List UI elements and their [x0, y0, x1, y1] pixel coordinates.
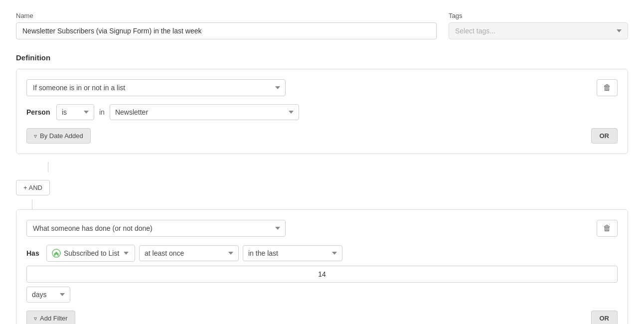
- tags-label: Tags: [449, 12, 628, 19]
- condition-type-row-1: If someone is in or not in a list If som…: [26, 79, 618, 96]
- connector-line: [48, 162, 48, 172]
- filter-icon-2: ▿: [34, 315, 37, 322]
- days-unit-select[interactable]: days weeks months: [26, 287, 70, 303]
- has-row: Has Subscribed to List Opened Email Clic…: [26, 245, 618, 303]
- condition-type-select-2[interactable]: What someone has done (or not done) If s…: [26, 220, 286, 237]
- person-row-1: Person is is not in Newsletter VIP Custo…: [26, 104, 618, 120]
- by-date-label: By Date Added: [40, 132, 83, 140]
- connector-line-2: [32, 199, 32, 209]
- or-button-2[interactable]: OR: [591, 311, 618, 324]
- add-filter-button[interactable]: ▿ Add Filter: [26, 311, 75, 324]
- and-btn-wrap: + AND: [16, 180, 628, 195]
- delete-condition-1-button[interactable]: 🗑: [597, 79, 618, 96]
- subscribed-select[interactable]: Subscribed to List Opened Email Clicked …: [64, 249, 130, 257]
- person-is-select[interactable]: is is not: [56, 104, 94, 120]
- in-label: in: [99, 108, 105, 116]
- delete-condition-2-button[interactable]: 🗑: [597, 220, 618, 237]
- subscribed-select-wrap[interactable]: Subscribed to List Opened Email Clicked …: [46, 245, 135, 262]
- filter-row-1: ▿ By Date Added OR: [26, 128, 618, 144]
- has-label: Has: [26, 249, 42, 257]
- person-label: Person: [26, 108, 51, 116]
- add-filter-label: Add Filter: [40, 315, 68, 322]
- and-connector: [16, 162, 628, 172]
- condition-type-row-2: What someone has done (or not done) If s…: [26, 220, 618, 237]
- tags-select[interactable]: Select tags...: [449, 22, 628, 39]
- condition-block-1: If someone is in or not in a list If som…: [16, 69, 628, 154]
- frequency-select[interactable]: at least once zero times exactly: [139, 245, 239, 261]
- time-range-select[interactable]: in the last before after between: [243, 245, 342, 261]
- list-select[interactable]: Newsletter VIP Customers: [110, 104, 299, 120]
- condition-type-select-1[interactable]: If someone is in or not in a list If som…: [26, 79, 286, 96]
- by-date-button[interactable]: ▿ By Date Added: [26, 128, 91, 144]
- or-button-1[interactable]: OR: [591, 128, 618, 144]
- and-button[interactable]: + AND: [16, 180, 50, 195]
- tags-field-group: Tags Select tags...: [449, 12, 628, 39]
- filter-row-2: ▿ Add Filter OR: [26, 311, 618, 324]
- condition-type-wrap-2: What someone has done (or not done) If s…: [26, 220, 286, 237]
- condition-type-wrap-1: If someone is in or not in a list If som…: [26, 79, 286, 96]
- definition-label: Definition: [16, 53, 628, 62]
- name-label: Name: [16, 12, 437, 19]
- name-field-group: Name: [16, 12, 437, 39]
- name-input[interactable]: [16, 22, 437, 39]
- filter-icon: ▿: [34, 133, 37, 140]
- condition-block-2: What someone has done (or not done) If s…: [16, 209, 628, 324]
- subscribed-icon: [52, 249, 61, 258]
- days-count-input[interactable]: [26, 266, 618, 283]
- definition-section: Definition If someone is in or not in a …: [16, 53, 628, 324]
